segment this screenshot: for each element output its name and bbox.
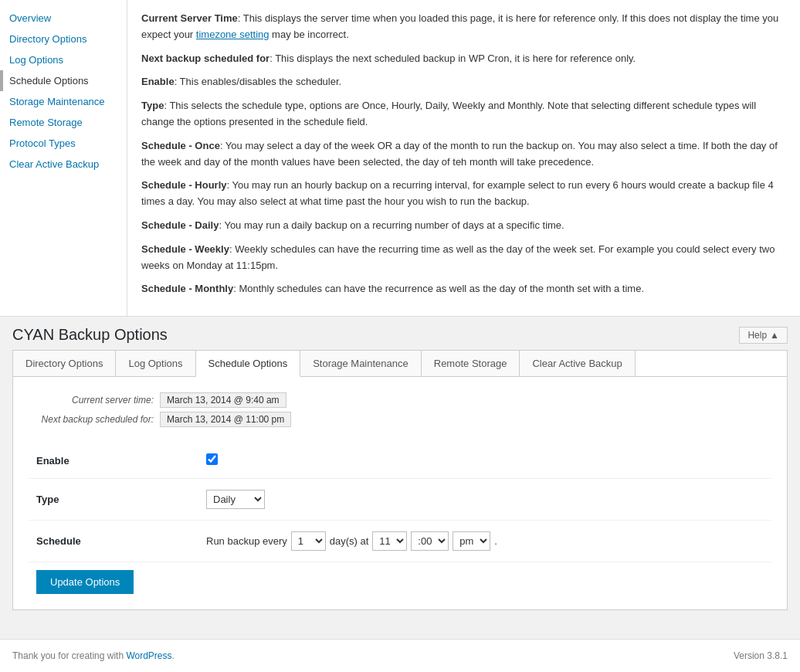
help-paragraph-p4: Type: This selects the schedule type, op… [141,98,786,131]
type-select[interactable]: OnceHourlyDailyWeeklyMonthly [206,490,265,509]
tab-storage-maintenance[interactable]: Storage Maintenance [300,351,422,376]
sidebar-item-overview[interactable]: Overview [0,8,127,29]
current-server-time-value: March 13, 2014 @ 9:40 am [160,392,286,408]
tab-directory-options[interactable]: Directory Options [13,351,116,376]
help-button[interactable]: Help ▲ [739,327,788,344]
footer-left: Thank you for creating with WordPress. [12,650,175,661]
help-paragraph-p5: Schedule - Once: You may select a day of… [141,138,786,171]
sidebar-item-directory-options[interactable]: Directory Options [0,29,127,49]
schedule-suffix: . [494,535,497,547]
enable-checkbox[interactable] [206,453,218,465]
schedule-controls: Run backup every 1234567142128 day(s) at… [206,531,764,551]
footer-thank-you: Thank you for creating with [12,650,126,661]
sidebar-item-log-options[interactable]: Log Options [0,49,127,70]
next-backup-label: Next backup scheduled for: [29,414,160,425]
schedule-hour-select[interactable]: 123456789101112 [372,531,407,551]
page-header: CYAN Backup Options Help ▲ [0,317,800,350]
help-content: Current Server Time: This displays the s… [127,0,800,316]
sidebar-item-schedule-options[interactable]: Schedule Options [0,70,127,91]
help-paragraph-p1: Current Server Time: This displays the s… [141,11,786,43]
next-backup-value: March 13, 2014 @ 11:00 pm [160,412,291,427]
next-backup-row: Next backup scheduled for: March 13, 201… [29,412,771,427]
form-area: Current server time: March 13, 2014 @ 9:… [12,376,788,610]
enable-label: Enable [29,443,183,479]
server-time-row: Current server time: March 13, 2014 @ 9:… [29,392,771,408]
help-paragraph-p6: Schedule - Hourly: You may run an hourly… [141,178,786,210]
page-title: CYAN Backup Options [12,326,168,344]
tab-remote-storage[interactable]: Remote Storage [422,351,520,376]
update-options-button[interactable]: Update Options [36,570,134,594]
help-paragraph-p8: Schedule - Weekly: Weekly schedules can … [141,242,786,274]
sidebar-item-clear-active-backup[interactable]: Clear Active Backup [0,154,127,175]
schedule-day-unit: day(s) at [330,535,369,547]
schedule-label: Schedule [29,521,183,562]
schedule-prefix: Run backup every [206,535,287,547]
help-paragraph-p2: Next backup scheduled for: This displays… [141,51,786,67]
tabs-bar: Directory OptionsLog OptionsSchedule Opt… [12,350,788,376]
schedule-ampm-select[interactable]: ampm [453,531,490,551]
main-area: CYAN Backup Options Help ▲ Directory Opt… [0,317,800,639]
enable-row: Enable [29,443,771,479]
footer: Thank you for creating with WordPress. V… [0,639,800,672]
sidebar: OverviewDirectory OptionsLog OptionsSche… [0,0,127,316]
schedule-row: Schedule Run backup every 1234567142128 … [29,521,771,562]
tab-clear-active-backup[interactable]: Clear Active Backup [520,351,635,376]
schedule-day-select[interactable]: 1234567142128 [291,531,326,551]
schedule-minute-select[interactable]: :00:15:30:45 [411,531,449,551]
help-paragraph-p7: Schedule - Daily: You may run a daily ba… [141,218,786,234]
tab-schedule-options[interactable]: Schedule Options [196,351,301,377]
current-server-time-label: Current server time: [29,395,160,406]
sidebar-item-storage-maintenance[interactable]: Storage Maintenance [0,91,127,112]
sidebar-item-protocol-types[interactable]: Protocol Types [0,133,127,154]
footer-version: Version 3.8.1 [734,650,788,661]
help-paragraph-p9: Schedule - Monthly: Monthly schedules ca… [141,281,786,297]
help-paragraph-p3: Enable: This enables/disables the schedu… [141,74,786,90]
chevron-up-icon: ▲ [770,330,779,341]
footer-wordpress-link[interactable]: WordPress [126,650,171,661]
help-button-label: Help [747,330,767,341]
sidebar-item-remote-storage[interactable]: Remote Storage [0,112,127,133]
type-label: Type [29,479,183,521]
options-table: Enable Type OnceHourlyDailyWeeklyMonthly [29,443,771,562]
type-row: Type OnceHourlyDailyWeeklyMonthly [29,479,771,521]
tab-log-options[interactable]: Log Options [116,351,195,376]
